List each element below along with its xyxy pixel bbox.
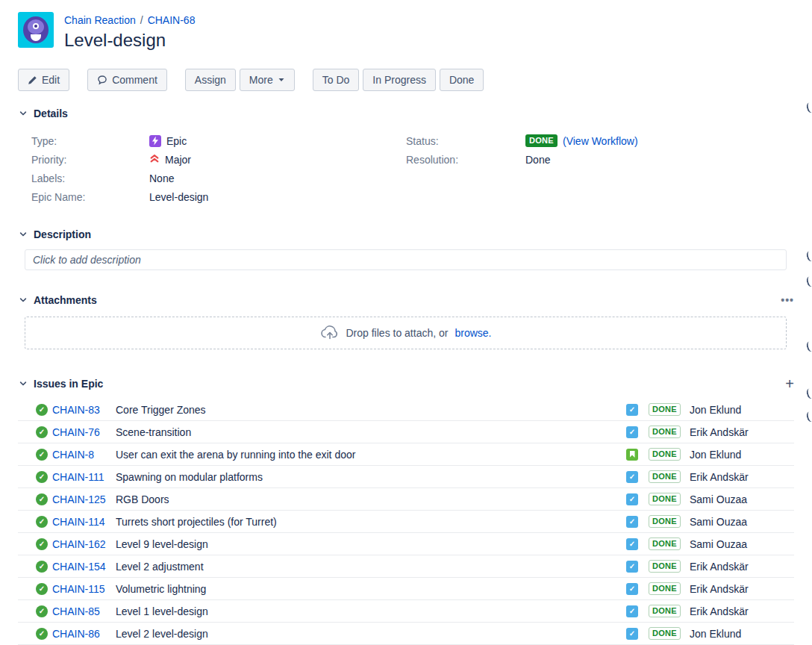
status-field: Status: DONE (View Workflow) (406, 131, 794, 150)
issues-in-epic-header: Issues in Epic + (18, 376, 794, 391)
comment-bubble-icon (97, 75, 107, 85)
issue-key-link[interactable]: CHAIN-85 (52, 605, 116, 617)
issue-type-icon (626, 538, 638, 550)
breadcrumb-project-link[interactable]: Chain Reaction (64, 14, 136, 26)
issue-key-link[interactable]: CHAIN-8 (52, 449, 116, 461)
type-value-text: Epic (166, 135, 187, 147)
type-label: Type: (31, 135, 149, 147)
issue-status-lozenge: DONE (649, 493, 681, 505)
resolved-check-icon (36, 561, 48, 573)
attachments-section: Attachments ••• Drop files to attach, or… (18, 294, 794, 349)
epic-type-icon (149, 135, 161, 147)
issue-type-icon (626, 449, 638, 461)
issue-type-icon (626, 426, 638, 438)
issue-summary: Level 2 level-design (116, 628, 626, 640)
issue-summary: RGB Doors (116, 493, 626, 505)
resolved-check-icon (36, 449, 48, 461)
edge-artifact (805, 250, 812, 262)
comment-button[interactable]: Comment (87, 69, 167, 91)
status-value: DONE (View Workflow) (525, 134, 638, 147)
issue-key-link[interactable]: CHAIN-154 (52, 561, 116, 573)
epic-issue-row[interactable]: CHAIN-86 Level 2 level-design DONE Jon E… (18, 623, 794, 645)
priority-value: Major (149, 153, 191, 166)
project-avatar[interactable] (18, 12, 54, 48)
issues-in-epic-section: Issues in Epic + CHAIN-83 Core Trigger Z… (18, 376, 794, 645)
details-right-column: Status: DONE (View Workflow) Resolution:… (406, 131, 794, 206)
assign-button-label: Assign (195, 74, 226, 86)
in-progress-transition-button[interactable]: In Progress (363, 69, 436, 91)
header-text: Chain Reaction / CHAIN-68 Level-design (64, 12, 195, 51)
breadcrumb-separator: / (140, 14, 143, 26)
details-section: Details Type: Epic Priority: Major (18, 108, 794, 206)
breadcrumb-issue-link[interactable]: CHAIN-68 (148, 14, 196, 26)
todo-transition-button[interactable]: To Do (313, 69, 360, 91)
details-left-column: Type: Epic Priority: Major Labels: None (18, 131, 406, 206)
edge-artifact (805, 387, 812, 399)
issue-key-link[interactable]: CHAIN-83 (52, 404, 116, 416)
resolved-check-icon (36, 628, 48, 640)
attachments-dropzone[interactable]: Drop files to attach, or browse. (25, 317, 787, 349)
page-title: Level-design (64, 30, 195, 51)
edge-artifact (805, 275, 812, 287)
epic-issue-row[interactable]: CHAIN-115 Volumetric lightning DONE Erik… (18, 578, 794, 600)
issue-type-icon (626, 628, 638, 640)
resolved-check-icon (36, 605, 48, 617)
assign-more-group: Assign More (185, 69, 295, 91)
issue-key-link[interactable]: CHAIN-125 (52, 493, 116, 505)
issue-assignee: Jon Eklund (690, 628, 794, 640)
edit-button[interactable]: Edit (18, 69, 69, 91)
description-section: Description Click to add description (18, 228, 794, 270)
epic-issue-row[interactable]: CHAIN-8 User can exit the arena by runni… (18, 443, 794, 466)
issue-key-link[interactable]: CHAIN-115 (52, 583, 116, 595)
epic-issue-row[interactable]: CHAIN-83 Core Trigger Zones DONE Jon Ekl… (18, 399, 794, 421)
issue-assignee: Erik Andskär (690, 605, 794, 617)
browse-link[interactable]: browse. (455, 327, 491, 339)
chevron-down-icon[interactable] (18, 378, 28, 389)
description-placeholder[interactable]: Click to add description (25, 249, 787, 270)
issue-summary: User can exit the arena by running into … (116, 449, 626, 461)
epic-name-label: Epic Name: (31, 191, 149, 203)
details-section-title: Details (34, 108, 68, 119)
chevron-down-icon[interactable] (18, 229, 28, 240)
epic-issue-row[interactable]: CHAIN-114 Turrets short projectiles (for… (18, 511, 794, 533)
issue-type-icon (626, 561, 638, 573)
issues-in-epic-title: Issues in Epic (34, 378, 103, 390)
issue-type-icon (626, 493, 638, 505)
chevron-down-icon[interactable] (18, 295, 28, 305)
description-section-title: Description (34, 228, 91, 240)
issue-key-link[interactable]: CHAIN-162 (52, 538, 116, 550)
assign-button[interactable]: Assign (185, 69, 236, 91)
issue-key-link[interactable]: CHAIN-86 (52, 628, 116, 640)
done-transition-button[interactable]: Done (440, 69, 484, 91)
issue-assignee: Jon Eklund (690, 404, 794, 416)
issue-summary: Volumetric lightning (116, 583, 626, 595)
epic-issue-row[interactable]: CHAIN-162 Level 9 level-design DONE Sami… (18, 533, 794, 555)
epic-issue-row[interactable]: CHAIN-154 Level 2 adjustment DONE Erik A… (18, 555, 794, 578)
issue-key-link[interactable]: CHAIN-76 (52, 426, 116, 438)
chevron-down-icon (278, 76, 285, 84)
issue-type-icon (626, 605, 638, 617)
attachments-menu-button[interactable]: ••• (781, 294, 794, 306)
edit-group: Edit (18, 69, 69, 91)
epic-name-value: Level-design (149, 191, 208, 203)
issue-status-lozenge: DONE (649, 515, 681, 528)
resolution-field: Resolution: Done (406, 150, 794, 169)
epic-issue-row[interactable]: CHAIN-85 Level 1 level-design DONE Erik … (18, 600, 794, 623)
issue-key-link[interactable]: CHAIN-114 (52, 516, 116, 528)
description-section-header: Description (18, 228, 794, 240)
issue-key-link[interactable]: CHAIN-111 (52, 471, 116, 483)
view-workflow-link[interactable]: (View Workflow) (563, 135, 638, 147)
chevron-down-icon[interactable] (18, 108, 28, 119)
epic-issue-row[interactable]: CHAIN-125 RGB Doors DONE Sami Ouzaa (18, 488, 794, 511)
epic-issue-row[interactable]: CHAIN-111 Spawning on modular platforms … (18, 466, 794, 488)
issue-assignee: Erik Andskär (690, 583, 794, 595)
issue-type-icon (626, 404, 638, 416)
issue-type-icon (626, 516, 638, 528)
details-section-header: Details (18, 108, 794, 119)
add-issue-button[interactable]: + (785, 376, 794, 391)
attachments-section-title: Attachments (34, 294, 97, 306)
epic-issue-row[interactable]: CHAIN-76 Scene-transition DONE Erik Ands… (18, 421, 794, 443)
more-button[interactable]: More (240, 69, 295, 91)
more-button-label: More (249, 74, 273, 86)
issue-type-icon (626, 583, 638, 595)
